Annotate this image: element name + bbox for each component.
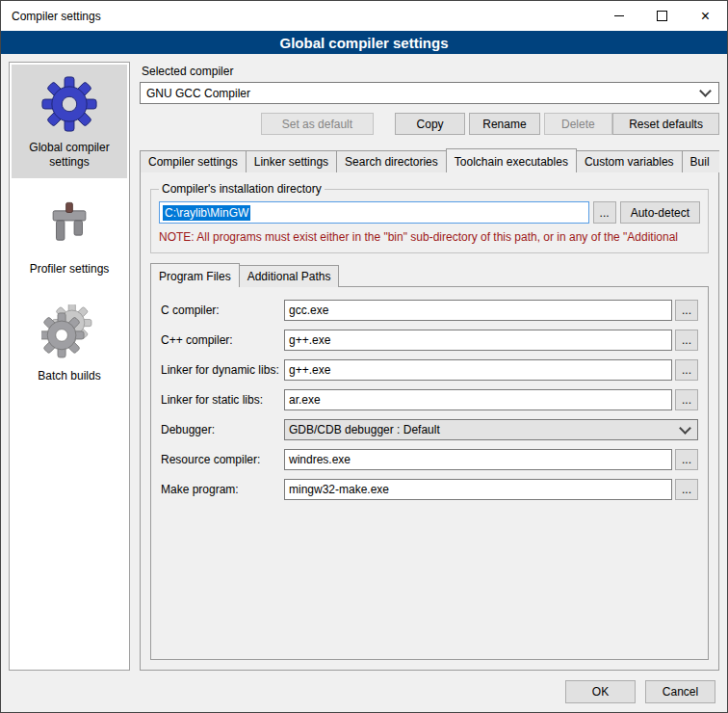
sidebar-item-label: Global compiler settings bbox=[13, 141, 125, 170]
resource-compiler-input[interactable]: windres.exe bbox=[284, 449, 672, 470]
form-row: C compiler: gcc.exe ... bbox=[161, 300, 698, 321]
sidebar-item-label: Batch builds bbox=[38, 369, 100, 383]
compiler-select[interactable]: GNU GCC Compiler bbox=[140, 82, 719, 104]
field-value: ar.exe bbox=[289, 393, 321, 407]
make-program-browse-button[interactable]: ... bbox=[675, 479, 698, 500]
field-label: Linker for static libs: bbox=[161, 393, 284, 407]
rename-button[interactable]: Rename bbox=[469, 113, 539, 135]
minimize-icon bbox=[614, 15, 624, 16]
resource-compiler-browse-button[interactable]: ... bbox=[675, 449, 698, 470]
installation-directory-group: Compiler's installation directory C:\ray… bbox=[150, 182, 709, 253]
note-text: NOTE: All programs must exist either in … bbox=[159, 230, 700, 244]
field-value: gcc.exe bbox=[289, 304, 328, 317]
chevron-down-icon bbox=[679, 422, 691, 435]
form-row: Linker for dynamic libs: g++.exe ... bbox=[161, 359, 698, 381]
minimize-button[interactable] bbox=[597, 1, 640, 31]
compiler-settings-window: Compiler settings × Global compiler sett… bbox=[0, 0, 728, 713]
tab-additional-paths[interactable]: Additional Paths bbox=[239, 265, 340, 287]
c-compiler-input[interactable]: gcc.exe bbox=[284, 300, 672, 321]
field-label: Linker for dynamic libs: bbox=[161, 363, 284, 377]
compiler-actions: Set as default Copy Rename Delete Reset … bbox=[140, 113, 719, 135]
main-panel: Selected compiler GNU GCC Compiler Set a… bbox=[140, 62, 719, 671]
field-value: mingw32-make.exe bbox=[289, 483, 389, 496]
tab-linker-settings[interactable]: Linker settings bbox=[246, 150, 337, 172]
tab-build-options[interactable]: Buil bbox=[682, 150, 719, 172]
field-value: GDB/CDB debugger : Default bbox=[289, 423, 440, 436]
inner-tabstrip: Program Files Additional Paths bbox=[150, 263, 709, 287]
sidebar-item-batch-builds[interactable]: Batch builds bbox=[12, 293, 127, 392]
page-title: Global compiler settings bbox=[1, 31, 727, 54]
tab-program-files[interactable]: Program Files bbox=[150, 263, 240, 287]
sidebar-item-global-compiler-settings[interactable]: Global compiler settings bbox=[12, 65, 127, 178]
form-row: C++ compiler: g++.exe ... bbox=[161, 330, 698, 351]
install-dir-selected-text: C:\raylib\MinGW bbox=[163, 205, 250, 221]
installation-directory-legend: Compiler's installation directory bbox=[159, 182, 325, 196]
debugger-select[interactable]: GDB/CDB debugger : Default bbox=[284, 419, 698, 440]
chevron-down-icon bbox=[699, 85, 712, 97]
window-title: Compiler settings bbox=[1, 1, 597, 31]
make-program-input[interactable]: mingw32-make.exe bbox=[284, 479, 672, 500]
program-files-panel: C compiler: gcc.exe ... C++ compiler: g+… bbox=[150, 286, 709, 660]
ok-button[interactable]: OK bbox=[565, 680, 636, 703]
install-dir-input[interactable]: C:\raylib\MinGW bbox=[159, 201, 589, 224]
install-dir-browse-button[interactable]: ... bbox=[593, 201, 616, 224]
selected-compiler-label: Selected compiler bbox=[142, 65, 719, 78]
linker-static-input[interactable]: ar.exe bbox=[284, 389, 672, 410]
linker-dynamic-browse-button[interactable]: ... bbox=[675, 359, 698, 381]
close-button[interactable]: × bbox=[684, 1, 727, 31]
tab-custom-variables[interactable]: Custom variables bbox=[576, 150, 683, 172]
dialog-body: Global compiler settings Profiler settin… bbox=[1, 54, 727, 674]
sidebar: Global compiler settings Profiler settin… bbox=[9, 62, 130, 671]
field-label: C++ compiler: bbox=[161, 333, 284, 347]
sidebar-item-label: Profiler settings bbox=[30, 262, 110, 277]
field-value: g++.exe bbox=[289, 363, 330, 377]
installation-directory-row: C:\raylib\MinGW ... Auto-detect bbox=[159, 201, 700, 224]
linker-static-browse-button[interactable]: ... bbox=[675, 389, 698, 410]
field-label: C compiler: bbox=[161, 304, 284, 317]
program-files-section: Program Files Additional Paths C compile… bbox=[150, 263, 709, 660]
set-as-default-button[interactable]: Set as default bbox=[261, 113, 374, 135]
form-row: Debugger: GDB/CDB debugger : Default bbox=[161, 419, 698, 440]
cpp-compiler-input[interactable]: g++.exe bbox=[284, 330, 672, 351]
field-label: Resource compiler: bbox=[161, 453, 284, 466]
toolchain-executables-panel: Compiler's installation directory C:\ray… bbox=[140, 172, 719, 671]
tab-toolchain-executables[interactable]: Toolchain executables bbox=[446, 148, 577, 172]
compiler-select-value: GNU GCC Compiler bbox=[146, 87, 250, 100]
gear-blue-icon bbox=[41, 74, 97, 134]
form-row: Resource compiler: windres.exe ... bbox=[161, 449, 698, 470]
maximize-icon bbox=[657, 11, 667, 21]
titlebar: Compiler settings × bbox=[1, 1, 727, 31]
gear-gray-icon bbox=[41, 303, 97, 362]
field-value: windres.exe bbox=[289, 453, 351, 466]
field-label: Debugger: bbox=[161, 423, 284, 436]
main-tabstrip: Compiler settings Linker settings Search… bbox=[140, 148, 719, 172]
linker-dynamic-input[interactable]: g++.exe bbox=[284, 359, 672, 381]
reset-defaults-button[interactable]: Reset defaults bbox=[612, 113, 719, 135]
field-value: g++.exe bbox=[289, 333, 330, 347]
profiler-tool-icon bbox=[43, 196, 95, 255]
form-row: Linker for static libs: ar.exe ... bbox=[161, 389, 698, 410]
field-label: Make program: bbox=[161, 483, 284, 496]
delete-button[interactable]: Delete bbox=[544, 113, 612, 135]
auto-detect-button[interactable]: Auto-detect bbox=[620, 201, 700, 224]
form-row: Make program: mingw32-make.exe ... bbox=[161, 479, 698, 500]
close-icon: × bbox=[701, 9, 710, 24]
maximize-button[interactable] bbox=[640, 1, 684, 31]
c-compiler-browse-button[interactable]: ... bbox=[675, 300, 698, 321]
tab-compiler-settings[interactable]: Compiler settings bbox=[140, 150, 247, 172]
cancel-button[interactable]: Cancel bbox=[645, 680, 715, 703]
sidebar-item-profiler-settings[interactable]: Profiler settings bbox=[12, 186, 127, 285]
tab-search-directories[interactable]: Search directories bbox=[336, 150, 447, 172]
copy-button[interactable]: Copy bbox=[395, 113, 465, 135]
cpp-compiler-browse-button[interactable]: ... bbox=[675, 330, 698, 351]
dialog-footer: OK Cancel bbox=[1, 674, 727, 712]
